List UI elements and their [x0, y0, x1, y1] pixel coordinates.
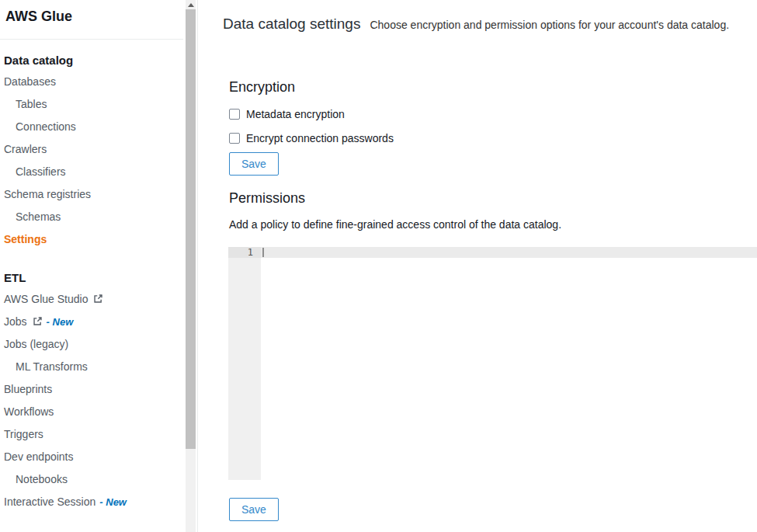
- sidebar-item-schemas[interactable]: Schemas: [0, 206, 183, 228]
- sidebar-item-blueprints[interactable]: Blueprints: [0, 378, 183, 401]
- editor-line-number: 1: [228, 247, 261, 258]
- editor-cursor: [262, 248, 264, 257]
- encrypt-passwords-label: Encrypt connection passwords: [246, 132, 394, 144]
- sidebar-item-notebooks[interactable]: Notebooks: [0, 468, 183, 491]
- sidebar-scrollbar[interactable]: [186, 0, 196, 532]
- nav-data-catalog: Databases Tables Connections Crawlers Cl…: [0, 71, 183, 251]
- sidebar-item-aws-glue-studio[interactable]: AWS Glue Studio: [0, 288, 183, 311]
- sidebar-item-classifiers[interactable]: Classifiers: [0, 161, 183, 183]
- new-badge: - New: [99, 496, 127, 508]
- sidebar-item-crawlers[interactable]: Crawlers: [0, 138, 183, 161]
- sidebar-item-workflows[interactable]: Workflows: [0, 401, 183, 423]
- scrollbar-thumb[interactable]: [186, 9, 196, 449]
- metadata-encryption-label: Metadata encryption: [246, 108, 345, 120]
- external-link-icon: [93, 294, 103, 304]
- sidebar-item-settings[interactable]: Settings: [0, 228, 183, 251]
- scrollbar-up-arrow-icon[interactable]: [186, 0, 196, 9]
- page-title: Data catalog settings: [223, 13, 360, 35]
- sidebar-item-jobs-legacy[interactable]: Jobs (legacy): [0, 333, 183, 356]
- sidebar-item-jobs[interactable]: Jobs- New: [0, 311, 183, 333]
- editor-input-area[interactable]: [261, 247, 757, 480]
- nav-heading-data-catalog: Data catalog: [0, 50, 183, 71]
- page: AWS Glue Data catalog Databases Tables C…: [0, 0, 757, 532]
- metadata-encryption-checkbox[interactable]: [229, 109, 240, 120]
- encryption-heading: Encryption: [229, 78, 757, 96]
- encryption-save-button[interactable]: Save: [229, 152, 279, 176]
- page-header: Data catalog settings Choose encryption …: [223, 13, 757, 35]
- sidebar-item-ml-transforms[interactable]: ML Transforms: [0, 356, 183, 378]
- editor-active-line: [261, 247, 757, 258]
- sidebar-item-interactive-session[interactable]: Interactive Session- New: [0, 491, 183, 513]
- permissions-heading: Permissions: [229, 189, 757, 207]
- metadata-encryption-checkbox-row[interactable]: Metadata encryption: [229, 106, 757, 123]
- sidebar-item-connections[interactable]: Connections: [0, 116, 183, 138]
- permissions-save-button[interactable]: Save: [229, 498, 279, 521]
- editor-gutter: 1: [228, 247, 261, 480]
- sidebar: AWS Glue Data catalog Databases Tables C…: [0, 0, 198, 532]
- sidebar-item-tables[interactable]: Tables: [0, 93, 183, 116]
- app-title: AWS Glue: [0, 7, 183, 26]
- sidebar-item-schema-registries[interactable]: Schema registries: [0, 183, 183, 206]
- encryption-section: Encryption Metadata encryption Encrypt c…: [229, 78, 757, 521]
- external-link-icon: [33, 316, 43, 326]
- sidebar-item-databases[interactable]: Databases: [0, 71, 183, 93]
- new-badge: - New: [47, 316, 74, 328]
- encrypt-passwords-checkbox-row[interactable]: Encrypt connection passwords: [229, 130, 757, 147]
- policy-code-editor: 1: [228, 247, 757, 480]
- page-subtitle: Choose encryption and permission options…: [370, 19, 729, 31]
- nav-etl: AWS Glue Studio Jobs- New Jobs (legacy) …: [0, 288, 183, 513]
- sidebar-item-dev-endpoints[interactable]: Dev endpoints: [0, 446, 183, 468]
- main-content: Data catalog settings Choose encryption …: [198, 0, 757, 532]
- permissions-description: Add a policy to define fine-grained acce…: [229, 217, 757, 232]
- nav-heading-etl: ETL: [0, 268, 183, 288]
- encrypt-passwords-checkbox[interactable]: [229, 133, 240, 144]
- sidebar-item-triggers[interactable]: Triggers: [0, 423, 183, 446]
- sidebar-divider: [0, 39, 183, 40]
